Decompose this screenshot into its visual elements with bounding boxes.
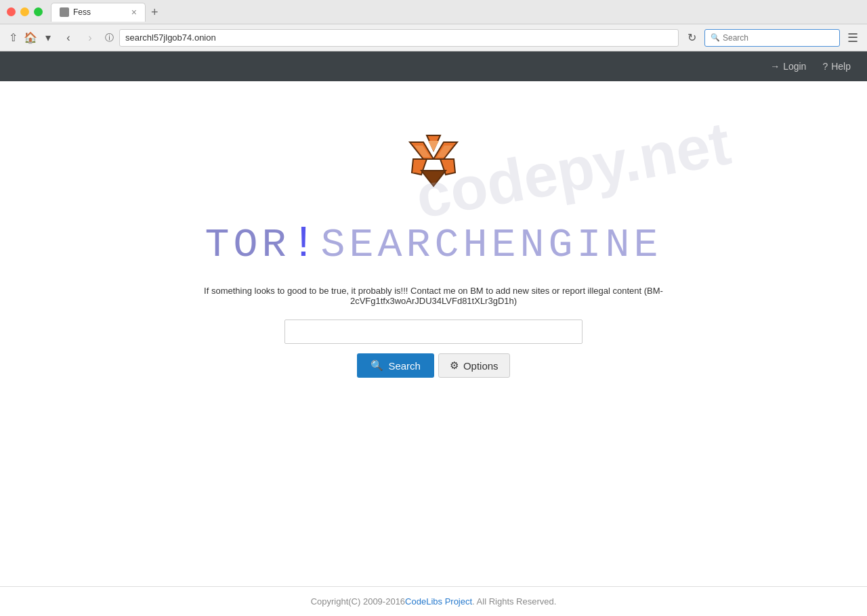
browser-titlebar: Fess × + [0,0,867,24]
reload-button[interactable]: ↻ [683,29,700,47]
title-search: SEARCHENGINE [320,222,662,268]
tab-close-button[interactable]: × [131,7,137,17]
info-icon: ⓘ [103,32,115,44]
logo-container [393,122,474,206]
browser-search-icon: 🔍 [711,33,720,42]
maximize-window-button[interactable] [34,7,43,16]
browser-search-input[interactable] [723,33,834,43]
site-footer: Copyright(C) 2009-2016 CodeLibs Project … [0,586,867,616]
dropdown-icon[interactable]: ▾ [41,30,56,45]
footer-copyright: Copyright(C) 2009-2016 [311,596,405,607]
login-link[interactable]: → Login [770,61,806,72]
login-icon: → [770,61,780,72]
home-icon[interactable]: 🏠 [23,30,38,45]
search-area: 🔍 Search ⚙ Options [284,320,583,378]
svg-marker-5 [421,171,446,186]
site-navbar: → Login ? Help [0,51,867,81]
site-logo [393,122,474,203]
browser-tab[interactable]: Fess × [51,3,146,22]
search-button-label: Search [388,360,421,372]
tab-title: Fess [73,7,91,17]
browser-menu-button[interactable]: ☰ [844,29,862,47]
footer-link[interactable]: CodeLibs Project [405,596,472,607]
search-button-icon: 🔍 [371,359,383,372]
help-link[interactable]: ? Help [822,61,851,72]
tab-favicon [60,7,69,17]
disclaimer-text: If something looks to good to be true, i… [163,286,704,306]
browser-search-box: 🔍 [704,29,840,47]
address-bar[interactable] [119,29,679,47]
close-window-button[interactable] [7,7,16,16]
login-label: Login [783,61,806,72]
new-tab-button[interactable]: + [146,6,164,18]
nav-bar: ⇧ 🏠 ▾ ‹ › ⓘ ↻ 🔍 ☰ [0,24,867,51]
main-content: codepy.net TOR ! SEARCHENGINE If [0,81,867,378]
help-icon: ? [822,61,828,72]
search-button[interactable]: 🔍 Search [357,353,434,378]
options-button-label: Options [463,360,499,372]
footer-rights: . All Rights Reserved. [472,596,556,607]
back-button[interactable]: ‹ [60,29,77,47]
options-button[interactable]: ⚙ Options [438,353,510,378]
search-buttons: 🔍 Search ⚙ Options [357,353,509,378]
window-controls [7,7,43,16]
bookmark-icon[interactable]: ⇧ [5,30,20,45]
svg-marker-6 [428,141,439,152]
search-input[interactable] [284,320,583,344]
title-exclaim: ! [290,219,320,269]
browser-extra-buttons: ⇧ 🏠 ▾ [5,30,56,45]
minimize-window-button[interactable] [20,7,29,16]
title-tor: TOR [205,222,290,268]
options-button-icon: ⚙ [450,359,459,372]
forward-button[interactable]: › [81,29,99,47]
site-title: TOR ! SEARCHENGINE [205,219,662,269]
help-label: Help [831,61,851,72]
tab-bar: Fess × + [51,3,860,22]
